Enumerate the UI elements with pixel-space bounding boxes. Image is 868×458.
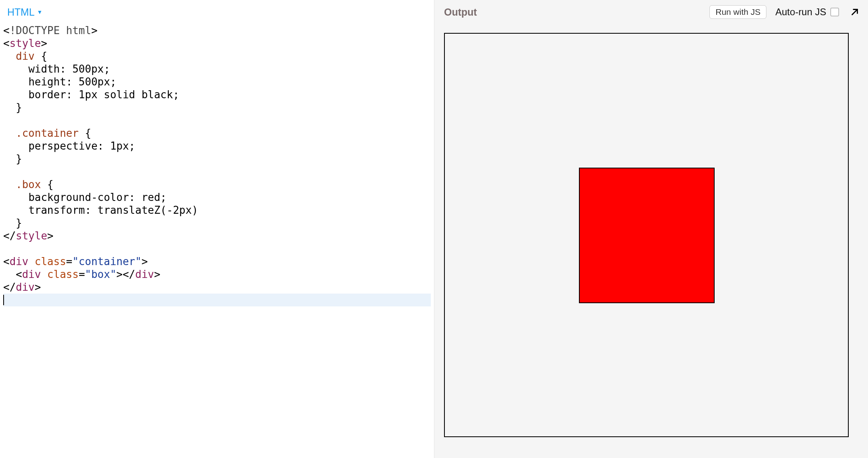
output-header: Output Run with JS Auto-run JS <box>434 0 868 24</box>
auto-run-js-checkbox[interactable] <box>830 8 839 16</box>
language-selector[interactable]: HTML ▼ <box>4 5 46 20</box>
editor-pane: HTML ▼ <!DOCTYPE html><style> div { widt… <box>0 0 434 458</box>
auto-run-js-label: Auto-run JS <box>775 6 826 18</box>
editor-header: HTML ▼ <box>0 0 434 24</box>
svg-line-0 <box>852 10 858 15</box>
preview-box-div <box>579 168 715 303</box>
output-preview <box>444 33 850 438</box>
output-body <box>434 24 868 458</box>
expand-icon[interactable] <box>850 7 860 17</box>
language-selector-label: HTML <box>7 6 35 18</box>
output-pane: Output Run with JS Auto-run JS <box>434 0 868 458</box>
code-editor[interactable]: <!DOCTYPE html><style> div { width: 500p… <box>0 24 434 458</box>
chevron-down-icon: ▼ <box>37 9 43 15</box>
run-with-js-button[interactable]: Run with JS <box>709 5 766 19</box>
auto-run-js-toggle[interactable]: Auto-run JS <box>775 6 839 18</box>
output-label: Output <box>444 6 477 18</box>
app-root: HTML ▼ <!DOCTYPE html><style> div { widt… <box>0 0 868 458</box>
